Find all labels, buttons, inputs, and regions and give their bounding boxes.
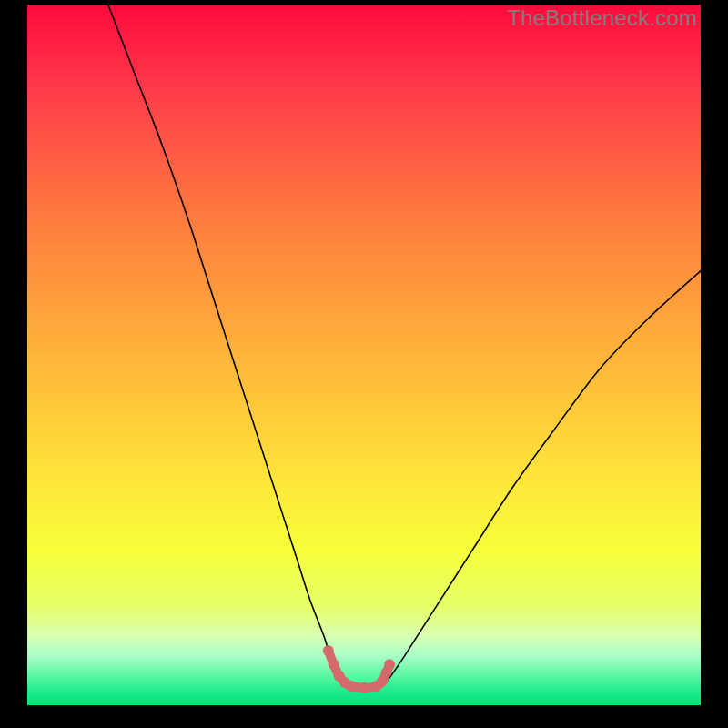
highlight-band-marker — [323, 645, 334, 656]
chart-frame: TheBottleneck.com — [0, 0, 728, 728]
highlight-band-marker — [329, 659, 339, 670]
bottleneck-chart — [27, 5, 701, 705]
watermark-text: TheBottleneck.com — [507, 5, 697, 31]
highlight-band-marker — [347, 681, 358, 692]
gradient-bg — [27, 5, 701, 705]
highlight-band-marker — [359, 682, 369, 693]
highlight-band-marker — [384, 659, 395, 670]
